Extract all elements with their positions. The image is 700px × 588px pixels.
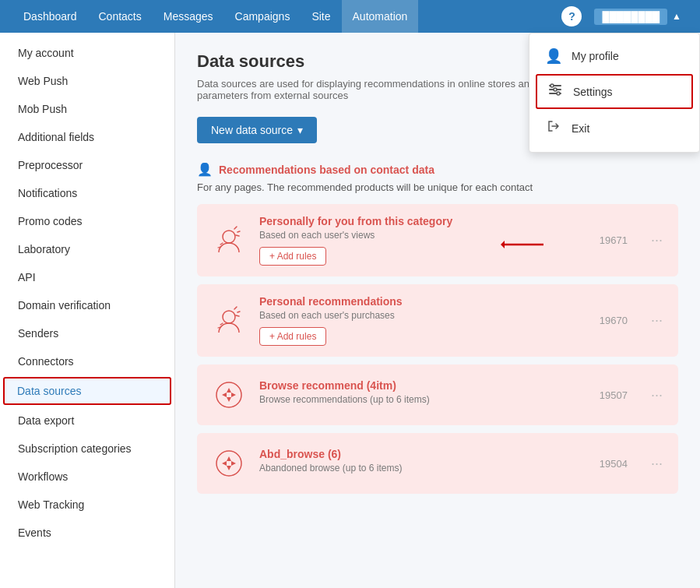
user-name: ████████ xyxy=(594,9,667,25)
dropdown-my-profile[interactable]: 👤 My profile xyxy=(529,40,699,72)
svg-marker-16 xyxy=(227,456,231,461)
card-title-0: Personally for you from this category xyxy=(259,215,589,227)
data-card-2: Browse recommend (4itm) Browse recommend… xyxy=(197,364,678,425)
dropdown-settings-label: Settings xyxy=(573,86,613,98)
person-icon: 👤 xyxy=(545,48,562,65)
card-id-0: 19671 xyxy=(600,234,628,246)
svg-marker-8 xyxy=(501,241,505,248)
card-more-button-2[interactable]: ··· xyxy=(648,384,666,407)
svg-point-4 xyxy=(554,88,557,91)
card-id-1: 19670 xyxy=(600,315,628,326)
sidebar-item-additional-fields[interactable]: Additional fields xyxy=(0,123,174,151)
card-icon-3 xyxy=(209,444,248,483)
svg-marker-12 xyxy=(227,397,231,402)
nav-right: ? ████████ ▲ xyxy=(561,6,688,26)
dropdown-arrow-icon: ▾ xyxy=(297,124,303,136)
svg-point-9 xyxy=(223,311,235,323)
svg-marker-13 xyxy=(222,393,227,397)
svg-marker-14 xyxy=(231,393,236,397)
svg-marker-11 xyxy=(227,388,231,393)
card-subtitle-1: Based on each user's purchases xyxy=(259,310,589,321)
user-dropdown: 👤 My profile Settings xyxy=(529,33,700,153)
card-body-1: Personal recommendations Based on each u… xyxy=(259,295,589,346)
new-data-source-label: New data source xyxy=(211,124,293,136)
help-button[interactable]: ? xyxy=(561,6,582,26)
svg-point-6 xyxy=(223,231,235,243)
sidebar-item-workflows[interactable]: Workflows xyxy=(0,463,174,491)
chevron-up-icon: ▲ xyxy=(672,11,681,22)
card-body-2: Browse recommend (4itm) Browse recommend… xyxy=(259,379,589,411)
data-card-3: Abd_browse (6) Abandoned browse (up to 6… xyxy=(197,433,678,494)
card-body-3: Abd_browse (6) Abandoned browse (up to 6… xyxy=(259,448,589,480)
svg-point-10 xyxy=(216,382,241,407)
nav-contacts[interactable]: Contacts xyxy=(88,0,153,33)
svg-marker-17 xyxy=(227,466,231,470)
sidebar-item-notifications[interactable]: Notifications xyxy=(0,179,174,207)
card-icon-1 xyxy=(209,301,248,340)
card-icon-2 xyxy=(209,375,248,414)
section-title: Recommendations based on contact data xyxy=(219,164,434,176)
card-icon-0 xyxy=(209,221,248,260)
card-id-2: 19507 xyxy=(600,389,628,401)
sidebar-item-data-export[interactable]: Data export xyxy=(0,407,174,435)
nav-messages[interactable]: Messages xyxy=(153,0,224,33)
nav-automation[interactable]: Automation xyxy=(342,0,419,33)
sidebar-item-web-tracking[interactable]: Web Tracking xyxy=(0,491,174,519)
card-id-3: 19504 xyxy=(600,458,628,470)
add-rules-button-0[interactable]: + Add rules xyxy=(259,247,326,266)
svg-point-5 xyxy=(557,92,560,95)
dropdown-exit[interactable]: Exit xyxy=(529,111,699,146)
nav-dashboard[interactable]: Dashboard xyxy=(12,0,88,33)
new-data-source-button[interactable]: New data source ▾ xyxy=(197,117,317,143)
add-rules-button-1[interactable]: + Add rules xyxy=(259,327,326,346)
card-more-button-3[interactable]: ··· xyxy=(648,452,666,475)
nav-campaigns[interactable]: Campaigns xyxy=(224,0,301,33)
svg-marker-18 xyxy=(222,461,227,466)
sidebar-item-api[interactable]: API xyxy=(0,263,174,291)
top-nav: Dashboard Contacts Messages Campaigns Si… xyxy=(0,0,700,33)
sidebar-item-domain-verification[interactable]: Domain verification xyxy=(0,291,174,319)
sidebar-item-events[interactable]: Events xyxy=(0,519,174,547)
card-more-button-1[interactable]: ··· xyxy=(648,309,666,332)
sidebar-item-preprocessor[interactable]: Preprocessor xyxy=(0,151,174,179)
dropdown-settings[interactable]: Settings xyxy=(536,74,693,109)
card-subtitle-2: Browse recommendations (up to 6 items) xyxy=(259,394,589,405)
svg-point-15 xyxy=(216,451,241,476)
sidebar-item-web-push[interactable]: Web Push xyxy=(0,67,174,95)
card-title-3: Abd_browse (6) xyxy=(259,448,589,460)
exit-icon xyxy=(545,118,562,138)
section-header: 👤 Recommendations based on contact data xyxy=(197,162,678,177)
data-card-0: Personally for you from this category Ba… xyxy=(197,204,678,276)
sidebar-item-my-account[interactable]: My account xyxy=(0,39,174,67)
section-description: For any pages. The recommended products … xyxy=(197,181,678,193)
settings-icon xyxy=(547,82,564,101)
sidebar-item-mob-push[interactable]: Mob Push xyxy=(0,95,174,123)
card-subtitle-3: Abandoned browse (up to 6 items) xyxy=(259,463,589,474)
dropdown-my-profile-label: My profile xyxy=(572,50,619,62)
dropdown-exit-label: Exit xyxy=(572,122,589,135)
svg-point-3 xyxy=(551,84,554,87)
sidebar-item-senders[interactable]: Senders xyxy=(0,319,174,347)
nav-site[interactable]: Site xyxy=(301,0,341,33)
sidebar-item-laboratory[interactable]: Laboratory xyxy=(0,235,174,263)
sidebar-item-subscription-categories[interactable]: Subscription categories xyxy=(0,435,174,463)
svg-marker-19 xyxy=(231,461,236,466)
card-more-button-0[interactable]: ··· xyxy=(648,229,666,252)
card-title-1: Personal recommendations xyxy=(259,295,589,308)
red-arrow-indicator xyxy=(501,237,547,252)
sidebar-item-connectors[interactable]: Connectors xyxy=(0,347,174,375)
user-menu-trigger[interactable]: ████████ ▲ xyxy=(588,9,688,25)
sidebar-item-data-sources[interactable]: Data sources xyxy=(3,377,171,405)
sidebar: My account Web Push Mob Push Additional … xyxy=(0,33,175,588)
card-title-2: Browse recommend (4itm) xyxy=(259,379,589,392)
data-card-1: Personal recommendations Based on each u… xyxy=(197,284,678,357)
sidebar-item-promo-codes[interactable]: Promo codes xyxy=(0,207,174,235)
contact-icon: 👤 xyxy=(197,162,213,177)
